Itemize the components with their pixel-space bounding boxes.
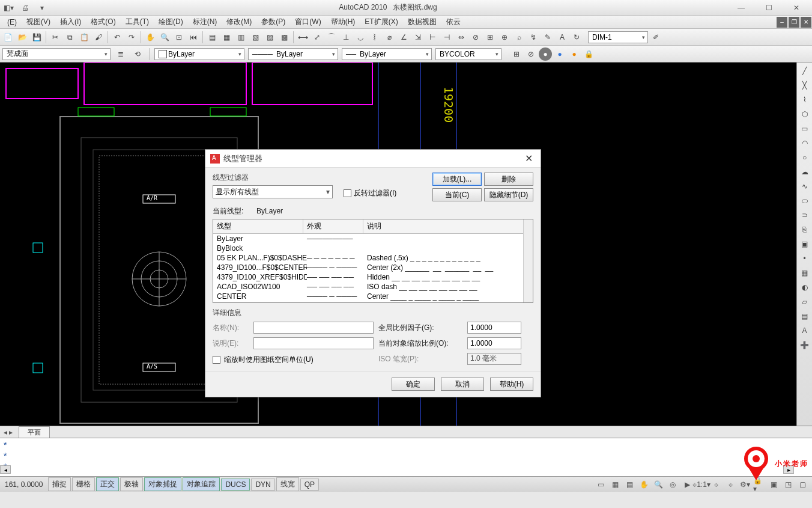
dim-space-icon[interactable]: ⇔	[455, 31, 468, 44]
name-input[interactable]	[253, 322, 374, 334]
toggle-qp[interactable]: QP	[300, 479, 319, 491]
menu-yiyun[interactable]: 依云	[441, 16, 465, 28]
list-item[interactable]: 4379_ID100...F$0$CENTERX2──── ─ ────Cent…	[213, 263, 533, 272]
point-icon[interactable]: •	[799, 252, 811, 265]
menu-et[interactable]: ET扩展(X)	[360, 16, 402, 28]
dcenter-icon[interactable]: ▦	[220, 31, 233, 44]
cancel-button[interactable]: 取消	[441, 378, 484, 391]
toggle-ducs[interactable]: DUCS	[221, 479, 250, 491]
dim-ang-icon[interactable]: ∠	[397, 31, 410, 44]
dim-cont-icon[interactable]: ⊣	[440, 31, 453, 44]
invert-filter-checkbox[interactable]	[344, 189, 351, 197]
color-dropdown[interactable]: ByLayer	[154, 48, 244, 60]
save-icon[interactable]: 💾	[30, 31, 43, 44]
dimjog-icon[interactable]: ↯	[527, 31, 540, 44]
addsel-icon[interactable]: ➕	[799, 339, 811, 351]
maximize-button[interactable]: ☐	[756, 1, 782, 14]
props-icon[interactable]: ▤	[205, 31, 219, 44]
table-icon[interactable]: ▤	[799, 310, 811, 322]
menu-draw[interactable]: 绘图(D)	[154, 16, 188, 28]
menu-insert[interactable]: 插入(I)	[55, 16, 86, 28]
copy-icon[interactable]: ⧉	[63, 31, 76, 44]
minimize-button[interactable]: —	[728, 1, 754, 14]
circle-orange-icon[interactable]: ●	[568, 47, 581, 61]
toggle-otrack[interactable]: 对象追踪	[183, 477, 220, 491]
mdi-minimize[interactable]: –	[777, 17, 787, 28]
zoom-status-icon[interactable]: 🔍	[652, 479, 664, 490]
list-item[interactable]: ACAD_ISO02W100── ── ── ──ISO dash __ __ …	[213, 282, 533, 292]
revcloud-icon[interactable]: ☁	[799, 166, 811, 178]
menu-dimension[interactable]: 标注(N)	[188, 16, 222, 28]
close-button[interactable]: ✕	[783, 1, 810, 14]
dim-arc-icon[interactable]: ⌒	[325, 31, 338, 44]
toggle-dyn[interactable]: DYN	[251, 479, 274, 491]
dimedit-icon[interactable]: ✎	[541, 31, 554, 44]
annovis-icon[interactable]: ⟐	[710, 479, 722, 490]
delete-button[interactable]: 删除	[484, 173, 533, 186]
tpal-icon[interactable]: ▥	[234, 31, 247, 44]
help-button[interactable]: 帮助(H)	[490, 378, 533, 391]
linetype-list[interactable]: 线型 外观 说明 ByLayer─────────ByBlock05 EK PL…	[213, 219, 533, 303]
pline-icon[interactable]: ⌇	[799, 94, 811, 106]
new-icon[interactable]: 📄	[1, 31, 14, 44]
zoom-win-icon[interactable]: ⊡	[172, 31, 186, 44]
zoom-prev-icon[interactable]: ⏮	[187, 31, 200, 44]
insert-icon[interactable]: ⎘	[799, 224, 811, 236]
block-icon[interactable]: ▣	[799, 238, 811, 250]
linetype-dropdown[interactable]: ────ByLayer	[248, 48, 338, 60]
dim-aligned-icon[interactable]: ⤢	[311, 31, 324, 44]
ssm-icon[interactable]: ▧	[249, 31, 262, 44]
tolerance-icon[interactable]: ⊞	[483, 31, 497, 44]
match-icon[interactable]: 🖌	[92, 31, 105, 44]
dim-break-icon[interactable]: ⊘	[469, 31, 482, 44]
line-icon[interactable]: ╱	[799, 65, 811, 77]
current-button[interactable]: 当前(C)	[432, 188, 482, 201]
annoscale-icon[interactable]: ⟐ 1:1▾	[695, 479, 707, 490]
xline-icon[interactable]: ╳	[799, 79, 811, 91]
region-icon[interactable]: ▱	[799, 296, 811, 308]
layer-dropdown[interactable]: 芫成面	[2, 48, 111, 60]
list-item[interactable]: ByBlock	[213, 243, 533, 253]
mtext-icon[interactable]: A	[799, 325, 811, 337]
list-item[interactable]: CENTER──── ─ ────Center ____ _ ____ _ __…	[213, 292, 533, 301]
print-icon[interactable]: 🖨	[19, 2, 31, 14]
center-mark-icon[interactable]: ⊕	[498, 31, 511, 44]
qat-dropdown-icon[interactable]: ▾	[36, 2, 48, 14]
ungroup-icon[interactable]: ⊘	[524, 47, 538, 61]
use-paper-checkbox[interactable]	[213, 356, 220, 364]
list-item[interactable]: 4379_ID100_XREF$0$HIDDEN── ── ── ──Hidde…	[213, 272, 533, 282]
dim-linear-icon[interactable]: ⟷	[296, 31, 309, 44]
dimstyle-icon[interactable]: ✐	[649, 31, 662, 44]
filter-select[interactable]: 显示所有线型	[213, 185, 333, 198]
rect-icon[interactable]: ▭	[799, 123, 811, 135]
ellipse-icon[interactable]: ⬭	[799, 195, 811, 207]
group-icon[interactable]: ⊞	[510, 47, 523, 61]
annoauto-icon[interactable]: ⟐	[724, 479, 736, 490]
col-linetype[interactable]: 线型	[213, 219, 303, 233]
cut-icon[interactable]: ✂	[49, 31, 62, 44]
scroll-left-icon[interactable]: ◂	[0, 465, 11, 474]
polygon-icon[interactable]: ⬡	[799, 108, 811, 120]
zoom-rt-icon[interactable]: 🔍	[158, 31, 171, 44]
quickview-dwg-icon[interactable]: ▤	[623, 479, 635, 490]
circle-icon[interactable]: ○	[799, 151, 811, 164]
menu-window[interactable]: 窗口(W)	[290, 16, 326, 28]
col-appearance[interactable]: 外观	[303, 219, 363, 233]
showmotion-icon[interactable]: ▶	[681, 479, 693, 490]
markup-icon[interactable]: ▨	[263, 31, 276, 44]
layer-states-icon[interactable]: ≣	[114, 47, 127, 61]
qcalc-icon[interactable]: ▩	[277, 31, 291, 44]
menu-modify[interactable]: 修改(M)	[222, 16, 256, 28]
toggle-ortho[interactable]: 正交	[96, 477, 119, 491]
dialog-close-button[interactable]: ✕	[521, 151, 536, 166]
ellipse-arc-icon[interactable]: ⊃	[799, 209, 811, 221]
open-icon[interactable]: 📂	[16, 31, 29, 44]
quickview-icon[interactable]: ▦	[609, 479, 621, 490]
paste-icon[interactable]: 📋	[77, 31, 91, 44]
menu-help[interactable]: 帮助(H)	[326, 16, 360, 28]
col-description[interactable]: 说明	[363, 219, 533, 233]
dim-jog-icon[interactable]: ⦚	[368, 31, 381, 44]
mdi-restore[interactable]: ❐	[789, 17, 799, 28]
dimupdate-icon[interactable]: ↻	[570, 31, 583, 44]
dim-radius-icon[interactable]: ◡	[354, 31, 367, 44]
